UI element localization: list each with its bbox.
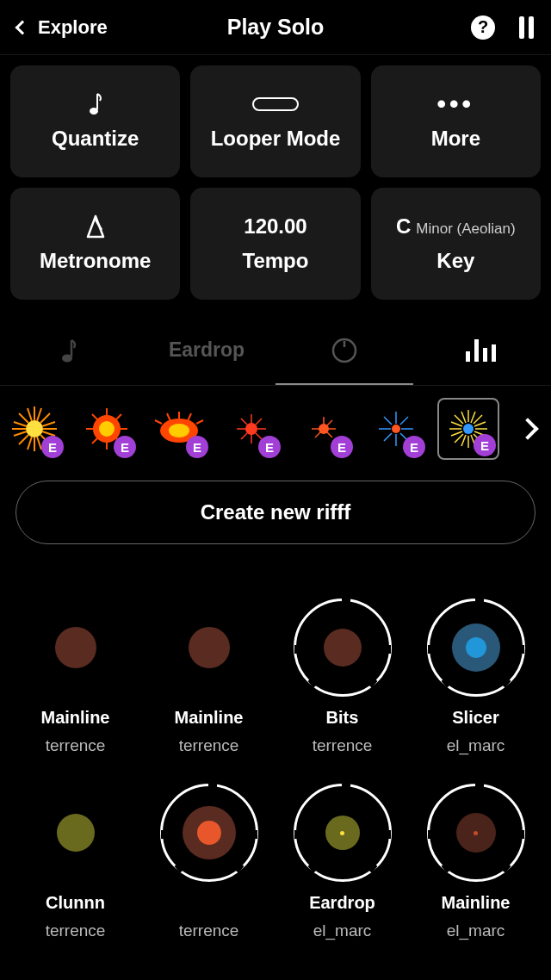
instrument-name: Bits [326, 708, 359, 728]
sound-item-5[interactable]: E [293, 398, 355, 460]
svg-line-77 [471, 412, 475, 423]
instrument-author: terrence [179, 736, 239, 755]
sound-item-3[interactable]: E [148, 398, 210, 460]
key-root: C [396, 214, 411, 238]
more-tile[interactable]: ••• More [371, 65, 541, 177]
ring-icon [294, 599, 392, 697]
create-rifff-button[interactable]: Create new rifff [15, 481, 536, 544]
instrument-item[interactable]: Mainline el_marc [409, 781, 542, 940]
tempo-value: 120.00 [244, 214, 306, 239]
svg-point-3 [62, 354, 72, 362]
svg-rect-6 [466, 351, 470, 362]
quantize-tile[interactable]: Quantize [10, 65, 180, 177]
svg-line-82 [451, 431, 462, 436]
svg-line-61 [400, 417, 408, 425]
e-badge: E [403, 436, 425, 458]
svg-line-58 [315, 432, 320, 437]
tab-levels[interactable] [413, 315, 551, 385]
svg-line-19 [37, 408, 41, 421]
svg-point-28 [99, 421, 115, 437]
instrument-author: terrence [46, 921, 106, 940]
instrument-item[interactable]: Bits terrence [276, 596, 409, 755]
svg-line-81 [461, 435, 466, 446]
instrument-item[interactable]: Eardrop el_marc [276, 781, 409, 940]
header-actions: ? [471, 16, 534, 40]
svg-rect-9 [492, 344, 496, 362]
instrument-visual [424, 596, 528, 699]
page-title: Play Solo [227, 15, 325, 40]
pad-icon [55, 627, 96, 668]
instrument-author: el_marc [313, 921, 372, 940]
svg-rect-1 [253, 98, 298, 110]
e-badge: E [186, 436, 208, 458]
tab-eardrop-label: Eardrop [169, 338, 245, 362]
instrument-name: Eardrop [309, 893, 375, 913]
tempo-tile[interactable]: 120.00 Tempo [190, 188, 360, 300]
svg-rect-8 [483, 348, 487, 362]
svg-line-70 [474, 415, 482, 424]
svg-line-74 [455, 434, 463, 443]
instrument-item[interactable]: Slicer el_marc [409, 596, 542, 755]
instrument-name [207, 893, 212, 913]
sound-item-2[interactable]: E [76, 398, 138, 460]
svg-point-0 [90, 108, 98, 115]
sound-strip[interactable]: E E E [0, 386, 551, 472]
tab-note[interactable] [0, 315, 138, 385]
note-icon [59, 338, 78, 363]
back-button[interactable]: Explore [17, 16, 108, 39]
loop-icon [251, 92, 300, 116]
metronome-tile[interactable]: Metronome [10, 188, 180, 300]
ring-icon [294, 784, 392, 882]
svg-line-36 [92, 414, 98, 420]
help-icon[interactable]: ? [471, 16, 495, 40]
svg-line-52 [241, 419, 247, 425]
key-top: CMinor (Aeolian) [396, 214, 516, 239]
key-tile[interactable]: CMinor (Aeolian) Key [371, 188, 541, 300]
chevron-right-icon[interactable] [517, 418, 538, 439]
tab-eardrop[interactable]: Eardrop [138, 315, 276, 385]
e-badge: E [258, 436, 281, 458]
back-label: Explore [38, 16, 108, 39]
svg-line-76 [455, 415, 463, 424]
metronome-label: Metronome [40, 249, 151, 273]
metronome-icon [84, 214, 107, 239]
knob-icon [330, 336, 359, 365]
e-badge: E [474, 434, 496, 456]
instrument-visual [291, 596, 394, 699]
svg-line-55 [327, 420, 332, 425]
instrument-author: el_marc [447, 736, 505, 755]
svg-line-57 [327, 432, 332, 437]
instrument-author: terrence [179, 921, 239, 940]
svg-line-50 [241, 433, 247, 439]
instrument-author: el_marc [447, 921, 505, 940]
svg-point-44 [245, 423, 257, 435]
svg-line-84 [461, 412, 466, 423]
svg-line-24 [14, 422, 27, 426]
tempo-label: Tempo [243, 249, 309, 273]
sound-item-4[interactable]: E [220, 398, 282, 460]
sound-item-1[interactable]: E [3, 398, 65, 460]
svg-line-46 [256, 419, 262, 425]
instrument-visual [24, 596, 127, 699]
tab-knob[interactable] [276, 315, 413, 385]
sound-item-6[interactable]: E [365, 398, 427, 460]
instrument-visual [291, 781, 394, 884]
svg-line-65 [384, 433, 392, 441]
sound-item-7-selected[interactable]: E [437, 398, 499, 460]
instrument-name: Clunnn [46, 893, 105, 913]
instrument-item[interactable]: Mainline terrence [9, 596, 142, 755]
svg-rect-7 [474, 339, 479, 362]
ring-icon [427, 599, 525, 697]
pad-icon [189, 627, 230, 668]
key-label: Key [436, 249, 474, 273]
instrument-visual [158, 781, 261, 884]
pad-icon [57, 814, 95, 852]
e-badge: E [114, 436, 136, 458]
svg-line-78 [474, 422, 486, 426]
pause-icon[interactable] [519, 16, 534, 39]
e-badge: E [41, 436, 64, 458]
instrument-item[interactable]: Mainline terrence [142, 596, 276, 755]
instrument-item[interactable]: Clunnn terrence [9, 781, 142, 940]
looper-tile[interactable]: Looper Mode [190, 65, 360, 177]
instrument-item[interactable]: terrence [142, 781, 276, 940]
